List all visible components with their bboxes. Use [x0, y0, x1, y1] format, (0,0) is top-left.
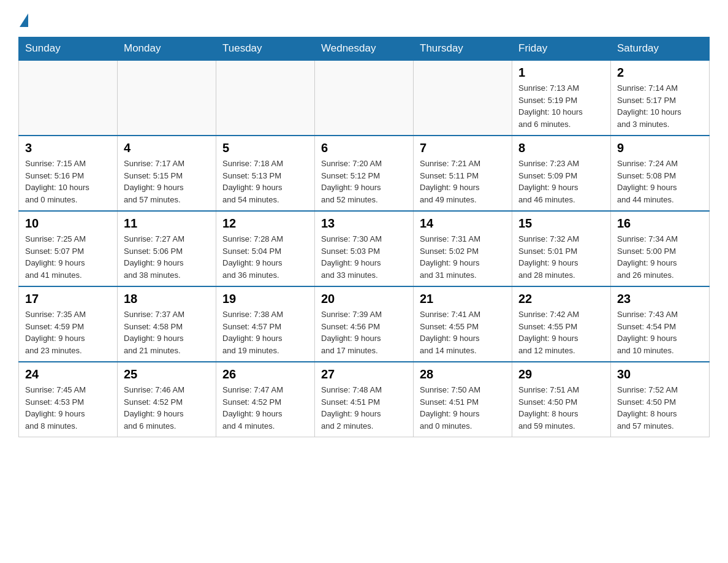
calendar-cell: 4Sunrise: 7:17 AMSunset: 5:15 PMDaylight…: [118, 136, 216, 211]
calendar-cell: [414, 60, 512, 136]
calendar-cell: 14Sunrise: 7:31 AMSunset: 5:02 PMDayligh…: [414, 211, 512, 286]
calendar-cell: 29Sunrise: 7:51 AMSunset: 4:50 PMDayligh…: [512, 362, 611, 437]
day-info: Sunrise: 7:30 AMSunset: 5:03 PMDaylight:…: [321, 233, 407, 281]
calendar-header-row: SundayMondayTuesdayWednesdayThursdayFrid…: [19, 37, 710, 61]
day-number: 23: [617, 292, 703, 306]
day-info: Sunrise: 7:48 AMSunset: 4:51 PMDaylight:…: [321, 384, 407, 432]
day-number: 9: [617, 141, 703, 155]
calendar-cell: 9Sunrise: 7:24 AMSunset: 5:08 PMDaylight…: [611, 136, 710, 211]
day-number: 30: [617, 367, 703, 381]
calendar-cell: [118, 60, 216, 136]
day-info: Sunrise: 7:45 AMSunset: 4:53 PMDaylight:…: [25, 384, 111, 432]
day-info: Sunrise: 7:35 AMSunset: 4:59 PMDaylight:…: [25, 308, 111, 356]
day-number: 26: [222, 367, 308, 381]
day-number: 19: [222, 292, 308, 306]
calendar-cell: [315, 60, 414, 136]
day-info: Sunrise: 7:15 AMSunset: 5:16 PMDaylight:…: [25, 158, 111, 205]
day-number: 5: [222, 141, 308, 155]
calendar-cell: 28Sunrise: 7:50 AMSunset: 4:51 PMDayligh…: [414, 362, 512, 437]
calendar-week-row: 1Sunrise: 7:13 AMSunset: 5:19 PMDaylight…: [19, 60, 710, 136]
column-header-monday: Monday: [118, 37, 216, 61]
day-info: Sunrise: 7:25 AMSunset: 5:07 PMDaylight:…: [25, 233, 111, 281]
day-number: 27: [321, 367, 407, 381]
day-number: 2: [617, 66, 703, 80]
calendar-cell: 30Sunrise: 7:52 AMSunset: 4:50 PMDayligh…: [611, 362, 710, 437]
column-header-thursday: Thursday: [414, 37, 512, 61]
day-info: Sunrise: 7:43 AMSunset: 4:54 PMDaylight:…: [617, 308, 703, 356]
day-number: 6: [321, 141, 407, 155]
day-number: 13: [321, 216, 407, 231]
calendar-cell: 2Sunrise: 7:14 AMSunset: 5:17 PMDaylight…: [611, 60, 710, 136]
day-info: Sunrise: 7:39 AMSunset: 4:56 PMDaylight:…: [321, 308, 407, 356]
calendar-cell: 6Sunrise: 7:20 AMSunset: 5:12 PMDaylight…: [315, 136, 414, 211]
calendar-cell: 20Sunrise: 7:39 AMSunset: 4:56 PMDayligh…: [315, 286, 414, 362]
calendar-cell: 16Sunrise: 7:34 AMSunset: 5:00 PMDayligh…: [611, 211, 710, 286]
day-number: 10: [25, 216, 111, 231]
day-number: 29: [518, 367, 604, 381]
day-number: 8: [518, 141, 604, 155]
day-info: Sunrise: 7:51 AMSunset: 4:50 PMDaylight:…: [518, 384, 604, 432]
day-info: Sunrise: 7:42 AMSunset: 4:55 PMDaylight:…: [518, 308, 604, 356]
column-header-tuesday: Tuesday: [216, 37, 315, 61]
day-number: 14: [420, 216, 506, 231]
calendar-cell: 1Sunrise: 7:13 AMSunset: 5:19 PMDaylight…: [512, 60, 611, 136]
calendar-week-row: 3Sunrise: 7:15 AMSunset: 5:16 PMDaylight…: [19, 136, 710, 211]
day-number: 7: [420, 141, 506, 155]
day-info: Sunrise: 7:52 AMSunset: 4:50 PMDaylight:…: [617, 384, 703, 432]
day-info: Sunrise: 7:32 AMSunset: 5:01 PMDaylight:…: [518, 233, 604, 281]
day-info: Sunrise: 7:18 AMSunset: 5:13 PMDaylight:…: [222, 158, 308, 205]
day-info: Sunrise: 7:21 AMSunset: 5:11 PMDaylight:…: [420, 158, 506, 205]
day-number: 4: [124, 141, 210, 155]
day-number: 24: [25, 367, 111, 381]
logo-triangle-icon: [20, 13, 28, 27]
day-number: 1: [518, 66, 604, 80]
day-info: Sunrise: 7:38 AMSunset: 4:57 PMDaylight:…: [222, 308, 308, 356]
day-number: 3: [25, 141, 111, 155]
calendar-cell: 21Sunrise: 7:41 AMSunset: 4:55 PMDayligh…: [414, 286, 512, 362]
day-number: 18: [124, 292, 210, 306]
day-info: Sunrise: 7:28 AMSunset: 5:04 PMDaylight:…: [222, 233, 308, 281]
day-info: Sunrise: 7:50 AMSunset: 4:51 PMDaylight:…: [420, 384, 506, 432]
calendar-cell: 25Sunrise: 7:46 AMSunset: 4:52 PMDayligh…: [118, 362, 216, 437]
day-number: 20: [321, 292, 407, 306]
calendar-cell: 24Sunrise: 7:45 AMSunset: 4:53 PMDayligh…: [19, 362, 118, 437]
calendar-cell: [216, 60, 315, 136]
day-info: Sunrise: 7:13 AMSunset: 5:19 PMDaylight:…: [518, 82, 604, 130]
calendar-week-row: 10Sunrise: 7:25 AMSunset: 5:07 PMDayligh…: [19, 211, 710, 286]
day-number: 22: [518, 292, 604, 306]
day-info: Sunrise: 7:46 AMSunset: 4:52 PMDaylight:…: [124, 384, 210, 432]
day-info: Sunrise: 7:41 AMSunset: 4:55 PMDaylight:…: [420, 308, 506, 356]
calendar-cell: 10Sunrise: 7:25 AMSunset: 5:07 PMDayligh…: [19, 211, 118, 286]
day-info: Sunrise: 7:17 AMSunset: 5:15 PMDaylight:…: [124, 158, 210, 205]
column-header-wednesday: Wednesday: [315, 37, 414, 61]
calendar-cell: 11Sunrise: 7:27 AMSunset: 5:06 PMDayligh…: [118, 211, 216, 286]
column-header-friday: Friday: [512, 37, 611, 61]
day-info: Sunrise: 7:34 AMSunset: 5:00 PMDaylight:…: [617, 233, 703, 281]
column-header-saturday: Saturday: [611, 37, 710, 61]
day-info: Sunrise: 7:47 AMSunset: 4:52 PMDaylight:…: [222, 384, 308, 432]
calendar-cell: 8Sunrise: 7:23 AMSunset: 5:09 PMDaylight…: [512, 136, 611, 211]
calendar-cell: 18Sunrise: 7:37 AMSunset: 4:58 PMDayligh…: [118, 286, 216, 362]
calendar-cell: 7Sunrise: 7:21 AMSunset: 5:11 PMDaylight…: [414, 136, 512, 211]
day-info: Sunrise: 7:37 AMSunset: 4:58 PMDaylight:…: [124, 308, 210, 356]
day-info: Sunrise: 7:31 AMSunset: 5:02 PMDaylight:…: [420, 233, 506, 281]
calendar-week-row: 17Sunrise: 7:35 AMSunset: 4:59 PMDayligh…: [19, 286, 710, 362]
day-number: 17: [25, 292, 111, 306]
calendar-table: SundayMondayTuesdayWednesdayThursdayFrid…: [18, 37, 710, 437]
calendar-cell: 5Sunrise: 7:18 AMSunset: 5:13 PMDaylight…: [216, 136, 315, 211]
calendar-cell: 12Sunrise: 7:28 AMSunset: 5:04 PMDayligh…: [216, 211, 315, 286]
day-number: 28: [420, 367, 506, 381]
calendar-cell: [19, 60, 118, 136]
page-header: [18, 12, 710, 27]
calendar-cell: 27Sunrise: 7:48 AMSunset: 4:51 PMDayligh…: [315, 362, 414, 437]
day-info: Sunrise: 7:27 AMSunset: 5:06 PMDaylight:…: [124, 233, 210, 281]
calendar-cell: 13Sunrise: 7:30 AMSunset: 5:03 PMDayligh…: [315, 211, 414, 286]
calendar-cell: 19Sunrise: 7:38 AMSunset: 4:57 PMDayligh…: [216, 286, 315, 362]
calendar-cell: 15Sunrise: 7:32 AMSunset: 5:01 PMDayligh…: [512, 211, 611, 286]
day-number: 21: [420, 292, 506, 306]
day-info: Sunrise: 7:14 AMSunset: 5:17 PMDaylight:…: [617, 82, 703, 130]
calendar-cell: 26Sunrise: 7:47 AMSunset: 4:52 PMDayligh…: [216, 362, 315, 437]
calendar-week-row: 24Sunrise: 7:45 AMSunset: 4:53 PMDayligh…: [19, 362, 710, 437]
day-info: Sunrise: 7:24 AMSunset: 5:08 PMDaylight:…: [617, 158, 703, 205]
calendar-cell: 3Sunrise: 7:15 AMSunset: 5:16 PMDaylight…: [19, 136, 118, 211]
